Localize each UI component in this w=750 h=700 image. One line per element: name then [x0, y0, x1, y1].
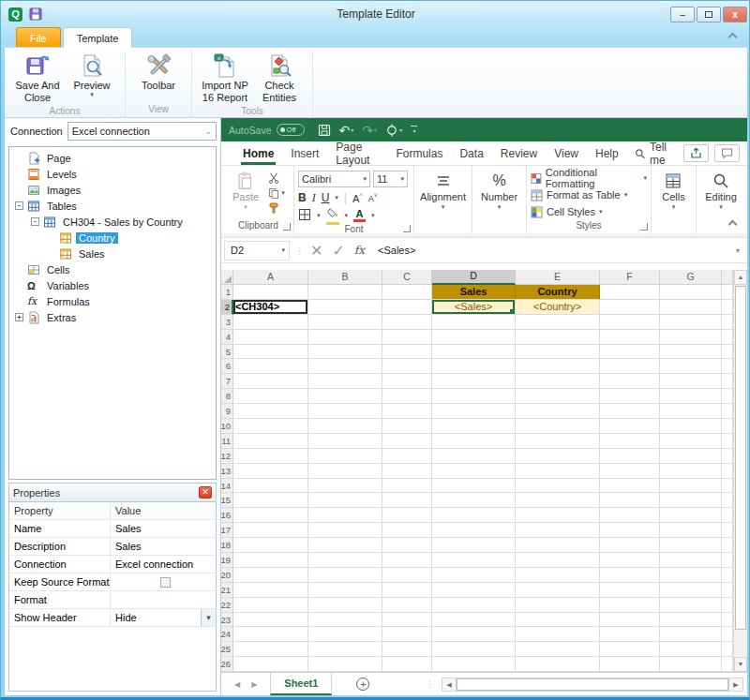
cell-c13[interactable]: [382, 464, 432, 479]
cell-d14[interactable]: [432, 479, 516, 494]
tree-item-country[interactable]: Country: [9, 230, 216, 246]
cell-f4[interactable]: [600, 330, 660, 345]
cell-a23[interactable]: [233, 613, 308, 628]
column-header-g[interactable]: G: [660, 270, 722, 285]
cell-e25[interactable]: [516, 642, 600, 657]
cell-c6[interactable]: [382, 359, 432, 374]
cell-b19[interactable]: [308, 553, 382, 568]
customize-qat-icon[interactable]: ▾: [411, 126, 417, 134]
cell-g16[interactable]: [660, 508, 722, 523]
collapse-icon[interactable]: -: [31, 217, 39, 226]
cell-g22[interactable]: [660, 598, 722, 613]
cell-g17[interactable]: [660, 523, 722, 538]
cell-e6[interactable]: [516, 359, 600, 374]
cell-a25[interactable]: [233, 642, 308, 657]
collapse-icon[interactable]: -: [15, 201, 23, 210]
cell-g3[interactable]: [660, 315, 722, 330]
cell-e5[interactable]: [516, 345, 600, 360]
cell-f23[interactable]: [600, 613, 660, 628]
cell-c7[interactable]: [382, 374, 432, 389]
cell-f10[interactable]: [600, 419, 660, 434]
cut-button[interactable]: [268, 171, 285, 184]
toolbar-button[interactable]: Toolbar: [131, 51, 186, 92]
row-header-4[interactable]: 4: [221, 330, 233, 345]
cell-g20[interactable]: [660, 568, 722, 583]
minimize-button[interactable]: –: [670, 7, 695, 22]
connection-select[interactable]: Excel connection ⌄: [68, 122, 217, 141]
italic-button[interactable]: I: [312, 191, 316, 205]
maximize-button[interactable]: [697, 7, 721, 22]
number-button[interactable]: % Number ▾: [475, 169, 523, 219]
cell-b15[interactable]: [308, 493, 382, 508]
tree-item-levels[interactable]: Levels: [9, 166, 216, 182]
cell-c22[interactable]: [382, 598, 432, 613]
vertical-scrollbar[interactable]: ▲ ▼: [733, 270, 747, 672]
cell-e23[interactable]: [516, 613, 600, 628]
excel-tab-help[interactable]: Help: [587, 141, 627, 165]
cell-f26[interactable]: [600, 657, 660, 672]
cell-a12[interactable]: [233, 449, 308, 464]
tab-template[interactable]: Template: [63, 27, 133, 48]
font-dialog-launcher-icon[interactable]: [403, 225, 411, 232]
cell-a11[interactable]: [233, 434, 308, 449]
tell-me-search[interactable]: Tell me: [635, 141, 683, 167]
cell-e10[interactable]: [516, 419, 600, 434]
scroll-up-icon[interactable]: ▲: [734, 270, 747, 285]
next-sheet-icon[interactable]: ▶: [251, 680, 257, 689]
row-header-17[interactable]: 17: [221, 523, 233, 538]
cell-c4[interactable]: [382, 330, 432, 345]
excel-tab-data[interactable]: Data: [451, 141, 491, 165]
cell-e3[interactable]: [516, 315, 600, 330]
excel-tab-home[interactable]: Home: [234, 141, 282, 165]
cell-b5[interactable]: [308, 345, 382, 360]
alignment-button[interactable]: Alignment ▾: [414, 169, 472, 219]
worksheet-grid[interactable]: ABCDEFG1SalesCountry2<CH304><Sales><Coun…: [221, 270, 733, 672]
cell-e17[interactable]: [516, 523, 600, 538]
column-header-c[interactable]: C: [382, 270, 432, 285]
cell-d11[interactable]: [432, 434, 516, 449]
row-header-2[interactable]: 2: [221, 300, 233, 315]
cell-d12[interactable]: [432, 449, 516, 464]
cell-e9[interactable]: [516, 404, 600, 419]
cell-f14[interactable]: [600, 479, 660, 494]
chevron-down-icon[interactable]: ▾: [399, 127, 402, 133]
cell-c24[interactable]: [382, 627, 432, 642]
cell-c11[interactable]: [382, 434, 432, 449]
cell-f8[interactable]: [600, 389, 660, 404]
insert-function-button[interactable]: fx: [354, 244, 365, 257]
cell-c12[interactable]: [382, 449, 432, 464]
tree-item-sales[interactable]: Sales: [9, 246, 216, 261]
excel-tab-review[interactable]: Review: [492, 141, 546, 165]
row-header-20[interactable]: 20: [221, 568, 233, 583]
chevron-down-icon[interactable]: ▾: [90, 92, 94, 97]
cell-d10[interactable]: [432, 419, 516, 434]
cell-e1[interactable]: Country: [516, 285, 600, 300]
cell-c9[interactable]: [382, 404, 432, 419]
cell-e24[interactable]: [516, 627, 600, 642]
property-row-name[interactable]: NameSales: [9, 520, 216, 538]
cell-b16[interactable]: [308, 508, 382, 523]
cell-c17[interactable]: [382, 523, 432, 538]
collapse-ribbon-icon[interactable]: [729, 221, 738, 230]
cell-c21[interactable]: [382, 583, 432, 598]
column-header-b[interactable]: B: [308, 270, 382, 285]
row-header-19[interactable]: 19: [221, 553, 233, 568]
underline-button[interactable]: U: [322, 191, 330, 204]
cell-b11[interactable]: [308, 434, 382, 449]
chevron-down-icon[interactable]: ▾: [351, 127, 353, 133]
cell-c15[interactable]: [382, 493, 432, 508]
tree-item-page[interactable]: Page: [9, 150, 216, 166]
cell-c14[interactable]: [382, 479, 432, 494]
cell-e14[interactable]: [516, 479, 600, 494]
tree-item-formulas[interactable]: fxFormulas: [9, 293, 216, 309]
cell-g21[interactable]: [660, 583, 722, 598]
cell-g1[interactable]: [660, 285, 722, 300]
cell-b24[interactable]: [308, 627, 382, 642]
cell-g11[interactable]: [660, 434, 722, 449]
cell-g10[interactable]: [660, 419, 722, 434]
cell-a3[interactable]: [233, 315, 308, 330]
cell-a14[interactable]: [233, 479, 308, 494]
cell-e11[interactable]: [516, 434, 600, 449]
cell-f5[interactable]: [600, 345, 660, 360]
cell-f18[interactable]: [600, 538, 660, 553]
